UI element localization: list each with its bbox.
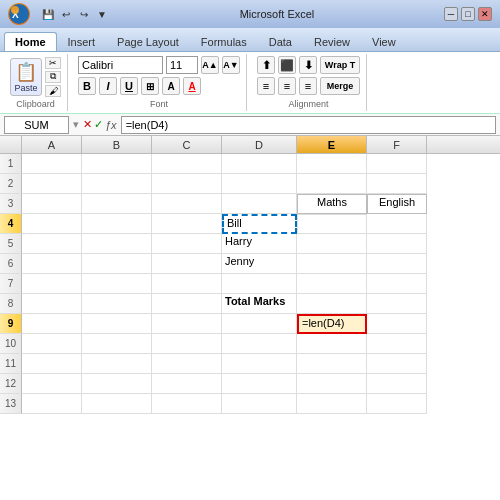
- cell-e7[interactable]: [297, 274, 367, 294]
- undo-btn[interactable]: ↩: [58, 6, 74, 22]
- cell-c5[interactable]: [152, 234, 222, 254]
- col-header-c[interactable]: C: [152, 136, 222, 153]
- copy-button[interactable]: ⧉: [45, 71, 61, 83]
- cell-f2[interactable]: [367, 174, 427, 194]
- cell-f5[interactable]: [367, 234, 427, 254]
- cell-c4[interactable]: [152, 214, 222, 234]
- formula-input[interactable]: [121, 116, 496, 134]
- cell-d9[interactable]: [222, 314, 297, 334]
- cell-e4[interactable]: [297, 214, 367, 234]
- cell-e5[interactable]: [297, 234, 367, 254]
- cell-f1[interactable]: [367, 154, 427, 174]
- cell-c9[interactable]: [152, 314, 222, 334]
- name-box[interactable]: [4, 116, 69, 134]
- font-color-button[interactable]: A: [183, 77, 201, 95]
- cell-e6[interactable]: [297, 254, 367, 274]
- cell-c12[interactable]: [152, 374, 222, 394]
- cell-d12[interactable]: [222, 374, 297, 394]
- redo-btn[interactable]: ↪: [76, 6, 92, 22]
- underline-button[interactable]: U: [120, 77, 138, 95]
- cell-e11[interactable]: [297, 354, 367, 374]
- cell-f10[interactable]: [367, 334, 427, 354]
- cell-e13[interactable]: [297, 394, 367, 414]
- align-middle-btn[interactable]: ⬛: [278, 56, 296, 74]
- decrease-font-btn[interactable]: A▼: [222, 56, 240, 74]
- cell-f9[interactable]: [367, 314, 427, 334]
- cell-c7[interactable]: [152, 274, 222, 294]
- cell-c11[interactable]: [152, 354, 222, 374]
- cell-e8[interactable]: [297, 294, 367, 314]
- cell-f13[interactable]: [367, 394, 427, 414]
- cell-b13[interactable]: [82, 394, 152, 414]
- cell-f6[interactable]: [367, 254, 427, 274]
- italic-button[interactable]: I: [99, 77, 117, 95]
- cell-e12[interactable]: [297, 374, 367, 394]
- tab-home[interactable]: Home: [4, 32, 57, 51]
- align-bottom-btn[interactable]: ⬇: [299, 56, 317, 74]
- col-header-b[interactable]: B: [82, 136, 152, 153]
- cancel-formula-icon[interactable]: ✕: [83, 118, 92, 131]
- cell-c8[interactable]: [152, 294, 222, 314]
- cell-b8[interactable]: [82, 294, 152, 314]
- font-size-input[interactable]: [166, 56, 198, 74]
- cut-button[interactable]: ✂: [45, 57, 61, 69]
- cell-b10[interactable]: [82, 334, 152, 354]
- cell-c1[interactable]: [152, 154, 222, 174]
- cell-a8[interactable]: [22, 294, 82, 314]
- align-top-btn[interactable]: ⬆: [257, 56, 275, 74]
- cell-c13[interactable]: [152, 394, 222, 414]
- tab-formulas[interactable]: Formulas: [190, 32, 258, 51]
- cell-e9-formula[interactable]: =len(D4) LEN(text): [297, 314, 367, 334]
- cell-e2[interactable]: [297, 174, 367, 194]
- tab-review[interactable]: Review: [303, 32, 361, 51]
- cell-b4[interactable]: [82, 214, 152, 234]
- cell-a6[interactable]: [22, 254, 82, 274]
- cell-d6-jenny[interactable]: Jenny: [222, 254, 297, 274]
- cell-a9[interactable]: [22, 314, 82, 334]
- align-center-btn[interactable]: ≡: [278, 77, 296, 95]
- cell-b2[interactable]: [82, 174, 152, 194]
- close-btn[interactable]: ✕: [478, 7, 492, 21]
- border-button[interactable]: ⊞: [141, 77, 159, 95]
- cell-d1[interactable]: [222, 154, 297, 174]
- cell-e10[interactable]: [297, 334, 367, 354]
- cell-a7[interactable]: [22, 274, 82, 294]
- cell-d3[interactable]: [222, 194, 297, 214]
- col-header-d[interactable]: D: [222, 136, 297, 153]
- cell-b12[interactable]: [82, 374, 152, 394]
- format-painter-button[interactable]: 🖌: [45, 85, 61, 97]
- wrap-text-btn[interactable]: Wrap T: [320, 56, 360, 74]
- cell-b3[interactable]: [82, 194, 152, 214]
- cell-b6[interactable]: [82, 254, 152, 274]
- cell-e1[interactable]: [297, 154, 367, 174]
- cell-a10[interactable]: [22, 334, 82, 354]
- confirm-formula-icon[interactable]: ✓: [94, 118, 103, 131]
- cell-b7[interactable]: [82, 274, 152, 294]
- cell-d11[interactable]: [222, 354, 297, 374]
- save-quick-btn[interactable]: 💾: [40, 6, 56, 22]
- cell-a2[interactable]: [22, 174, 82, 194]
- col-header-a[interactable]: A: [22, 136, 82, 153]
- cell-a1[interactable]: [22, 154, 82, 174]
- tab-insert[interactable]: Insert: [57, 32, 107, 51]
- cell-e3-maths[interactable]: Maths: [297, 194, 367, 214]
- cell-c3[interactable]: [152, 194, 222, 214]
- bold-button[interactable]: B: [78, 77, 96, 95]
- cell-f12[interactable]: [367, 374, 427, 394]
- fill-color-button[interactable]: A: [162, 77, 180, 95]
- cell-d2[interactable]: [222, 174, 297, 194]
- align-left-btn[interactable]: ≡: [257, 77, 275, 95]
- cell-f7[interactable]: [367, 274, 427, 294]
- cell-c6[interactable]: [152, 254, 222, 274]
- cell-d7[interactable]: [222, 274, 297, 294]
- cell-f11[interactable]: [367, 354, 427, 374]
- cell-b1[interactable]: [82, 154, 152, 174]
- cell-d10[interactable]: [222, 334, 297, 354]
- cell-f8[interactable]: [367, 294, 427, 314]
- maximize-btn[interactable]: □: [461, 7, 475, 21]
- cell-d8-total-marks[interactable]: Total Marks: [222, 294, 297, 314]
- font-name-input[interactable]: [78, 56, 163, 74]
- cell-a12[interactable]: [22, 374, 82, 394]
- cell-d5-harry[interactable]: Harry: [222, 234, 297, 254]
- merge-btn[interactable]: Merge: [320, 77, 360, 95]
